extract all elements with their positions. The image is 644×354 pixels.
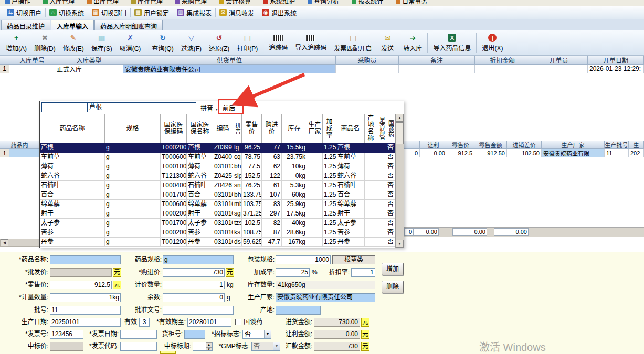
invoice-button[interactable]: ▤发票匹配开启 xyxy=(330,31,375,55)
menu-item-1[interactable]: 入库管理 xyxy=(43,0,75,6)
popup-row-8[interactable]: 太子参gT001700太子参031010tzs102.58240kg1.25太子… xyxy=(40,219,395,228)
tab-inbound-entry[interactable]: 入库单输入 xyxy=(51,20,94,30)
edit-button[interactable]: ✎修改(E) xyxy=(59,31,88,55)
expiry-date-input[interactable]: 20280101 xyxy=(187,318,231,327)
wholesale-price-input[interactable] xyxy=(50,268,112,277)
detail-col-header-7[interactable]: 生 xyxy=(629,141,644,149)
order-col-header-0[interactable] xyxy=(0,56,9,65)
spec-input[interactable]: g xyxy=(163,255,234,264)
order-col-header-7[interactable]: 开单员 xyxy=(530,56,588,65)
add-row-button[interactable]: 增加 xyxy=(382,263,404,275)
popup-search-input[interactable]: 芦根 xyxy=(88,102,196,112)
order-cell-6[interactable] xyxy=(475,65,530,73)
order-col-header-1[interactable]: 入库单号 xyxy=(9,56,55,65)
scrollbar-thumb[interactable] xyxy=(396,122,404,144)
popup-row-2[interactable]: 薄荷gT000100薄荷031012bh77.56210kg1.25薄荷否 xyxy=(40,162,395,171)
order-cell-8[interactable]: 2026-01-23 12:29: xyxy=(588,65,644,73)
menu-item-8[interactable]: 报表统计 xyxy=(352,0,383,6)
pricing-qty-input[interactable]: 1 xyxy=(163,281,225,289)
detail-right-row[interactable]: 00.00912.5912.50182.50安徽贵皖药业有限11202 xyxy=(404,149,644,157)
popup-vertical-scrollbar[interactable]: ▲ ▼ xyxy=(395,114,404,248)
menu-item-4[interactable]: 采购管理 xyxy=(175,0,207,6)
invoice-no-input[interactable]: 123456 xyxy=(50,330,83,339)
order-cell-5[interactable] xyxy=(399,65,475,73)
menu-item-0[interactable]: 户操作 xyxy=(5,0,30,6)
menu-item-5[interactable]: 会计核算 xyxy=(219,0,251,6)
scroll-down-icon[interactable]: ▼ xyxy=(396,240,404,248)
popup-col-header-8[interactable]: 库存 xyxy=(282,114,307,143)
print-button[interactable]: ▤打印(P) xyxy=(233,31,261,55)
drug-name-input[interactable] xyxy=(50,255,121,264)
order-col-header-6[interactable]: 折扣金额 xyxy=(475,56,530,65)
order-col-header-5[interactable]: 备注 xyxy=(399,56,475,65)
switch-department-button[interactable]: ▦切换部门 xyxy=(88,6,130,19)
popup-col-header-4[interactable]: 编码 xyxy=(213,114,233,143)
order-col-header-3[interactable]: 供货单位 xyxy=(123,56,336,65)
remainder-input[interactable]: 0 xyxy=(163,293,225,302)
valid-years-input[interactable]: 3 xyxy=(139,318,150,327)
popup-row-9[interactable]: 苦参gT000200苦参031010ks108.758728.6kg1.25苦参… xyxy=(40,228,395,238)
popup-row-0[interactable]: 芦根gT000200芦根Z0399lg96.257715.5kg1.25芦根否 xyxy=(40,143,395,153)
popup-row-7[interactable]: 射干gT000200射干031010sg371.2529717.5kg1.25射… xyxy=(40,209,395,219)
excel-button[interactable]: X导入药品信息 xyxy=(429,31,474,55)
popup-col-header-0[interactable]: 药品名称 xyxy=(40,114,105,143)
order-cell-2[interactable]: 正式入库 xyxy=(55,65,123,73)
bid-price-input[interactable] xyxy=(50,342,83,351)
markup-rate-input[interactable]: 25 xyxy=(276,268,310,277)
save-button[interactable]: ▦保存(S) xyxy=(88,31,116,55)
origin-input[interactable] xyxy=(276,306,321,315)
order-col-header-8[interactable]: 开单日期 xyxy=(588,56,644,65)
detail-col-header-0[interactable] xyxy=(404,141,420,149)
measure-qty-input[interactable]: 1kg xyxy=(50,293,121,302)
popup-col-header-1[interactable]: 规格 xyxy=(105,114,161,143)
manufacturer-input[interactable]: 安徽贵皖药业有限责任公司 xyxy=(276,293,375,302)
menu-item-9[interactable]: 日常事务 xyxy=(396,0,427,6)
tab-inbound-detail-query[interactable]: 药品入库明细账查询 xyxy=(94,20,163,30)
popup-row-4[interactable]: 石楠叶gT000400石楠叶Z0426sny76.25615.3kg1.25石楠… xyxy=(40,181,395,190)
transfer-button[interactable]: ➔转入库 xyxy=(399,31,426,55)
batch-no-input[interactable]: 11 xyxy=(50,306,121,315)
popup-col-header-10[interactable]: 加成率 xyxy=(323,114,336,143)
detail-col-header-2[interactable]: 零售价 xyxy=(447,141,474,149)
scroll-left-icon[interactable]: ◀ xyxy=(1,239,8,246)
send-button[interactable]: ✉发送 xyxy=(375,31,399,55)
tab-drug-catalog[interactable]: 药品目录维护 xyxy=(1,20,50,30)
popup-col-header-11[interactable]: 商品名 xyxy=(336,114,365,143)
popup-col-header-5[interactable]: 拼音 xyxy=(233,114,242,143)
detail-col-header-6[interactable]: 生产批号 xyxy=(605,141,629,149)
filter-button[interactable]: ▽过滤(F) xyxy=(177,31,205,55)
barcode-import-button[interactable]: 导入追踪码 xyxy=(291,31,330,55)
add-button[interactable]: +增加(A) xyxy=(2,31,30,55)
detail-col-header-5[interactable]: 生产厂家 xyxy=(542,141,605,149)
discount-rate-input[interactable]: 1 xyxy=(351,268,375,277)
detail-left-header[interactable]: 药品内 xyxy=(0,141,39,149)
horizontal-scrollbar[interactable]: ◀ xyxy=(0,239,39,247)
menu-item-3[interactable]: 库存管理 xyxy=(131,0,163,6)
menu-item-6[interactable]: 系统维护 xyxy=(263,0,295,6)
invoice-date-input[interactable] xyxy=(120,330,157,339)
popup-col-header-7[interactable]: 购进价 xyxy=(262,114,282,143)
order-grid-row[interactable]: 1正式入库安徽贵皖药业有限责任公司2026-01-23 12:29: xyxy=(0,65,644,73)
cancel-button[interactable]: ✗取消(C) xyxy=(116,31,145,55)
scroll-up-icon[interactable]: ▲ xyxy=(396,114,404,122)
order-col-header-2[interactable]: 入库类型 xyxy=(55,56,123,65)
popup-col-header-12[interactable]: 产地名称 xyxy=(365,114,377,143)
popup-row-3[interactable]: 蛇六谷gT121300蛇六谷Z0425slg152.51220kg1.25蛇六谷… xyxy=(40,171,395,181)
bid-period-stepper[interactable]: ▲▼ xyxy=(193,342,213,351)
popup-code-input[interactable] xyxy=(41,102,88,112)
pinyin-mode-dropdown[interactable]: 拼音 ▼ xyxy=(200,103,218,112)
invoice-code-input[interactable] xyxy=(120,342,157,351)
pack-spec-input[interactable]: 1000 xyxy=(276,255,331,264)
bid-flag-select[interactable]: 否 ▼ xyxy=(242,330,271,339)
popup-row-10[interactable]: 丹参gT001200丹参031010ds59.62547.7167kg1.25丹… xyxy=(40,238,395,247)
order-cell-1[interactable] xyxy=(9,65,55,73)
popup-col-header-9[interactable]: 生产厂家 xyxy=(307,114,323,143)
query-button[interactable]: ↻查询(Q) xyxy=(148,31,177,55)
menu-item-2[interactable]: 出库管理 xyxy=(87,0,119,6)
restore-button[interactable]: ↺还原(Z) xyxy=(205,31,233,55)
stepper-arrows-icon[interactable]: ▲▼ xyxy=(206,342,212,350)
switch-user-button[interactable]: ⇆切换用户 xyxy=(3,6,45,19)
exit-system-button[interactable]: ◉退出系统 xyxy=(258,6,300,19)
exit-button[interactable]: |退出(X) xyxy=(478,31,506,55)
popup-col-header-6[interactable]: 零售价 xyxy=(242,114,262,143)
